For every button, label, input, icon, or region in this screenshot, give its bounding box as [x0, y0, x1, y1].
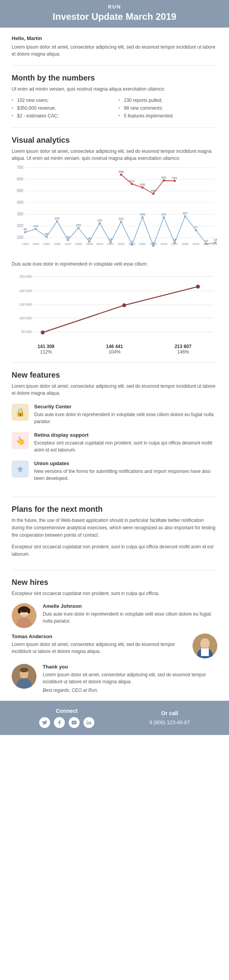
svg-point-14 — [24, 231, 26, 233]
svg-text:82: 82 — [45, 232, 49, 236]
avatar-ceo — [12, 664, 36, 689]
feature-desc-2: Excepteur sint occaecat cupidatat non pr… — [34, 439, 217, 453]
svg-text:1995: 1995 — [43, 242, 50, 246]
chart2: 250 000 200 000 150 000 100 000 50 000 — [12, 271, 217, 341]
numbers-title: Month by the numbers — [12, 74, 217, 82]
svg-text:2006: 2006 — [160, 242, 167, 246]
chart2-label-1: 141 309 112% — [38, 344, 54, 355]
feature-item-1: 🔒 Security Center Duis aute irure dolor … — [12, 404, 217, 425]
svg-text:100 000: 100 000 — [19, 316, 32, 320]
chart2-intro: Duis aute irure dolor in reprehenderit i… — [12, 261, 217, 267]
svg-text:226: 226 — [54, 217, 60, 220]
hires-section: New hires Excepteur sint occaecat cupida… — [0, 570, 229, 701]
footer-connect: Connect — [39, 708, 94, 728]
svg-point-27 — [163, 216, 165, 219]
svg-text:181: 181 — [97, 219, 102, 222]
svg-text:2001: 2001 — [107, 242, 114, 246]
svg-point-29 — [184, 215, 186, 217]
feature-desc-3: New versions of the forms for submitting… — [34, 468, 217, 482]
svg-text:18: 18 — [109, 238, 113, 241]
svg-text:566: 566 — [140, 183, 145, 186]
page-header: RUN Investor Update March 2019 — [0, 0, 229, 28]
svg-text:468: 468 — [151, 189, 156, 192]
analytics-body: Lorem ipsum dolor sit amet, consectetur … — [12, 148, 217, 162]
analytics-section: Visual analytics Lorem ipsum dolor sit a… — [0, 128, 229, 257]
feature-icon-security: 🔒 — [12, 404, 29, 421]
feature-title-3: Union updates — [34, 460, 217, 466]
svg-text:16: 16 — [214, 238, 217, 242]
svg-text:250 000: 250 000 — [19, 275, 32, 278]
thankyou-body: Lorem ipsum dolor sit amet, consectetur … — [43, 671, 217, 685]
svg-point-23 — [120, 220, 122, 223]
chart1-svg: 700 600 500 400 300 200 100 — [12, 162, 217, 247]
svg-point-53 — [131, 183, 133, 185]
feature-icon-retina: 👆 — [12, 432, 29, 449]
hire-row-tomas: Tomas Anderson Lorem ipsum dolor sit ame… — [12, 634, 217, 658]
svg-text:1999: 1999 — [86, 242, 93, 246]
numbers-list: 102 new users; $350,000 revenue; $2 - es… — [12, 96, 217, 120]
page-footer: Connect Or call 8 (800) 123-45-67 — [0, 701, 229, 735]
footer-call: Or call 8 (800) 123-45-67 — [149, 710, 190, 725]
svg-text:400: 400 — [17, 200, 23, 205]
analytics-title: Visual analytics — [12, 136, 217, 145]
svg-point-54 — [141, 186, 144, 189]
footer-call-label: Or call — [149, 710, 190, 716]
feature-desc-1: Duis aute irure dolor in reprehenderit i… — [34, 411, 217, 425]
svg-point-18 — [67, 239, 69, 241]
svg-text:100: 100 — [17, 235, 23, 240]
svg-text:2002: 2002 — [118, 242, 125, 246]
svg-text:2000: 2000 — [96, 242, 103, 246]
features-section: New features Lorem ipsum dolor sit amet,… — [0, 363, 229, 497]
hire-name-tomas: Tomas Anderson — [12, 634, 186, 639]
svg-text:1997: 1997 — [64, 242, 71, 246]
svg-point-30 — [195, 229, 197, 231]
page-title: Investor Update March 2019 — [8, 11, 221, 22]
plans-para1: In the future, the use of Web-based appl… — [12, 517, 217, 539]
footer-phone-number: 8 (800) 123-45-67 — [149, 719, 190, 725]
list-item: 230 reports pulled; — [118, 96, 217, 104]
svg-text:2005: 2005 — [150, 242, 157, 246]
svg-text:592: 592 — [161, 176, 167, 179]
svg-text:222: 222 — [118, 217, 124, 220]
hire-info-amelle: Amelle Johnson Duis aute irure dolor in … — [43, 603, 217, 625]
svg-rect-110 — [201, 648, 209, 656]
numbers-col1: 102 new users; $350,000 revenue; $2 - es… — [12, 96, 111, 120]
twitter-icon[interactable] — [39, 717, 50, 728]
svg-point-107 — [200, 638, 210, 649]
brand-name: RUN — [8, 4, 221, 10]
list-item: 98 new comments; — [118, 104, 217, 112]
numbers-intro: Ut enim ad minim veniam, quis nostrud ma… — [12, 86, 217, 93]
svg-point-15 — [35, 228, 37, 230]
feature-title-1: Security Center — [34, 404, 217, 410]
svg-text:2007: 2007 — [171, 242, 178, 246]
chart1: 700 600 500 400 300 200 100 — [12, 162, 217, 247]
svg-text:2011: 2011 — [212, 242, 217, 246]
feature-content-2: Retina display support Excepteur sint oc… — [34, 432, 217, 453]
svg-text:43: 43 — [66, 235, 70, 239]
svg-text:200 000: 200 000 — [19, 289, 32, 293]
svg-point-116 — [87, 720, 87, 721]
svg-point-52 — [120, 173, 122, 176]
svg-text:247: 247 — [161, 213, 167, 216]
svg-text:1996: 1996 — [54, 242, 61, 246]
features-body: Lorem ipsum dolor sit amet, consectetur … — [12, 383, 217, 397]
thankyou-signature: Best regards, CEO at Run. — [43, 688, 217, 693]
svg-point-17 — [56, 220, 58, 222]
svg-point-19 — [77, 227, 80, 229]
hire-info-tomas: Tomas Anderson Lorem ipsum dolor sit ame… — [12, 634, 186, 655]
svg-text:1998: 1998 — [75, 242, 82, 246]
thankyou-content: Thank you Lorem ipsum dolor sit amet, co… — [43, 664, 217, 693]
greeting-salutation: Hello, Martin — [12, 35, 217, 41]
greeting-section: Hello, Martin Lorem ipsum dolor sit amet… — [0, 28, 229, 65]
svg-point-93 — [41, 331, 45, 334]
linkedin-icon[interactable] — [83, 717, 94, 728]
hires-intro: Excepteur sint occaecat cupidatat non pr… — [12, 590, 217, 597]
chart2-labels: 141 309 112% 146 441 104% 213 807 146% — [12, 344, 217, 355]
svg-text:591: 591 — [172, 176, 177, 180]
facebook-icon[interactable] — [54, 717, 65, 728]
youtube-icon[interactable] — [69, 717, 80, 728]
thankyou-row: Thank you Lorem ipsum dolor sit amet, co… — [12, 664, 217, 693]
svg-point-21 — [99, 222, 101, 224]
svg-text:150: 150 — [76, 223, 81, 227]
features-title: New features — [12, 371, 217, 380]
